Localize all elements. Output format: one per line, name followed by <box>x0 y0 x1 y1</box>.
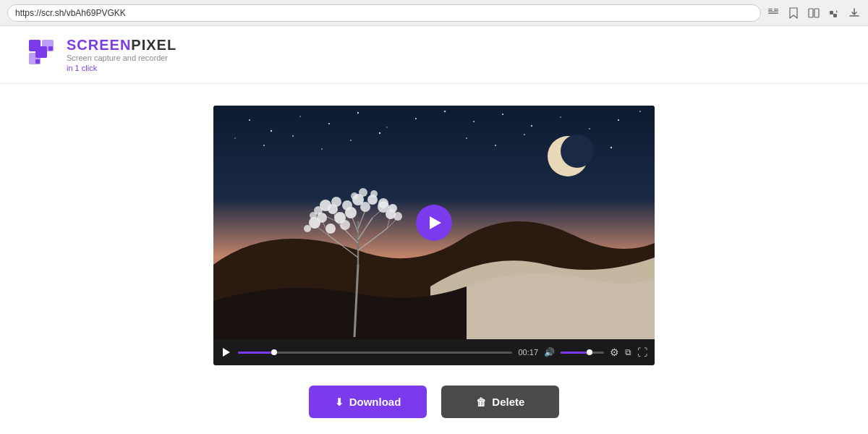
logo-title: SCREENPIXEL <box>67 37 176 54</box>
video-thumbnail <box>213 106 655 339</box>
svg-point-83 <box>351 192 358 200</box>
svg-point-43 <box>610 147 612 148</box>
browser-toolbar <box>767 7 861 20</box>
progress-fill <box>238 352 271 354</box>
svg-point-80 <box>304 225 311 232</box>
volume-bar[interactable] <box>561 352 604 354</box>
split-view-icon[interactable] <box>807 7 820 20</box>
svg-point-66 <box>331 197 341 207</box>
video-play-button[interactable] <box>221 346 232 358</box>
svg-rect-8 <box>830 11 833 14</box>
settings-icon[interactable]: ⚙ <box>610 346 619 358</box>
svg-point-79 <box>326 224 336 234</box>
action-buttons: ⬇ Download 🗑 Delete <box>309 386 560 418</box>
url-bar[interactable]: https://scr.sh/vbAh69PVGKK <box>7 4 761 22</box>
svg-rect-6 <box>809 9 813 17</box>
svg-rect-5 <box>768 13 778 14</box>
svg-point-32 <box>234 137 236 139</box>
download-label: Download <box>349 396 401 408</box>
svg-point-19 <box>299 116 301 117</box>
svg-point-17 <box>249 119 250 121</box>
svg-point-81 <box>310 212 317 219</box>
svg-point-20 <box>328 123 330 124</box>
progress-handle[interactable] <box>271 349 277 355</box>
svg-rect-14 <box>48 46 53 51</box>
logo-subtitle: Screen capture and recorder <box>67 54 176 63</box>
svg-point-31 <box>639 111 641 112</box>
svg-rect-0 <box>768 9 773 9</box>
svg-point-68 <box>342 200 352 210</box>
svg-rect-7 <box>814 9 819 17</box>
svg-point-45 <box>561 135 594 168</box>
svg-point-76 <box>388 204 397 213</box>
svg-point-24 <box>444 111 446 113</box>
svg-point-82 <box>359 188 367 197</box>
logo: SCREENPIXEL Screen capture and recorder … <box>29 37 176 72</box>
extensions-icon[interactable] <box>827 7 841 20</box>
svg-point-75 <box>378 198 388 208</box>
svg-rect-4 <box>768 12 778 12</box>
svg-point-26 <box>502 114 503 115</box>
logo-pixel: PIXEL <box>131 37 176 53</box>
svg-point-29 <box>589 128 590 129</box>
url-text: https://scr.sh/vbAh69PVGKK <box>15 8 126 18</box>
volume-icon[interactable]: 🔊 <box>544 347 555 357</box>
svg-point-30 <box>618 119 619 121</box>
svg-point-39 <box>495 145 496 146</box>
svg-rect-9 <box>833 14 837 17</box>
delete-label: Delete <box>492 396 524 408</box>
time-display: 00:17 <box>518 348 538 357</box>
svg-point-28 <box>560 116 561 118</box>
trash-icon: 🗑 <box>476 396 486 408</box>
svg-point-36 <box>350 140 352 141</box>
download-icon: ⬇ <box>335 396 344 408</box>
volume-handle[interactable] <box>587 349 592 355</box>
progress-bar[interactable] <box>238 352 512 354</box>
svg-point-33 <box>263 145 265 146</box>
logo-screen: SCREEN <box>67 37 131 53</box>
downloads-icon[interactable] <box>848 7 861 20</box>
svg-point-70 <box>360 202 370 212</box>
svg-point-78 <box>340 220 350 230</box>
svg-point-40 <box>524 134 525 135</box>
svg-point-74 <box>393 212 402 221</box>
svg-point-25 <box>473 121 475 122</box>
svg-rect-2 <box>774 9 778 9</box>
svg-point-37 <box>379 132 380 134</box>
svg-point-65 <box>320 200 331 211</box>
video-controls-bar: 00:17 🔊 ⚙ ⧉ ⛶ <box>213 339 655 365</box>
logo-text: SCREENPIXEL Screen capture and recorder … <box>67 37 176 72</box>
browser-chrome: https://scr.sh/vbAh69PVGKK <box>0 0 868 26</box>
svg-rect-15 <box>35 59 40 64</box>
logo-tagline: in 1 click <box>67 64 176 72</box>
play-button[interactable] <box>416 205 452 241</box>
fullscreen-icon[interactable]: ⛶ <box>637 346 647 358</box>
download-button[interactable]: ⬇ Download <box>309 386 427 418</box>
svg-point-84 <box>370 190 378 197</box>
play-icon <box>430 216 441 229</box>
play-ctrl-icon <box>223 348 230 357</box>
svg-point-35 <box>321 148 323 150</box>
svg-point-38 <box>466 137 467 139</box>
bookmark-icon[interactable] <box>787 7 800 20</box>
svg-rect-1 <box>768 10 773 11</box>
svg-point-34 <box>292 135 294 137</box>
logo-icon <box>29 40 59 70</box>
delete-button[interactable]: 🗑 Delete <box>441 386 559 418</box>
svg-point-22 <box>386 127 388 128</box>
svg-point-21 <box>357 112 359 114</box>
nav-bar: SCREENPIXEL Screen capture and recorder … <box>0 26 868 84</box>
svg-rect-3 <box>774 10 778 11</box>
reader-mode-icon[interactable] <box>767 7 780 20</box>
external-link-icon[interactable]: ⧉ <box>625 347 631 357</box>
svg-point-18 <box>271 130 272 132</box>
svg-point-27 <box>531 125 532 127</box>
svg-point-23 <box>415 118 417 119</box>
video-player[interactable]: 00:17 🔊 ⚙ ⧉ ⛶ <box>213 106 655 365</box>
main-content: 00:17 🔊 ⚙ ⧉ ⛶ ⬇ Download 🗑 Delete <box>0 84 868 433</box>
svg-rect-13 <box>35 46 47 58</box>
